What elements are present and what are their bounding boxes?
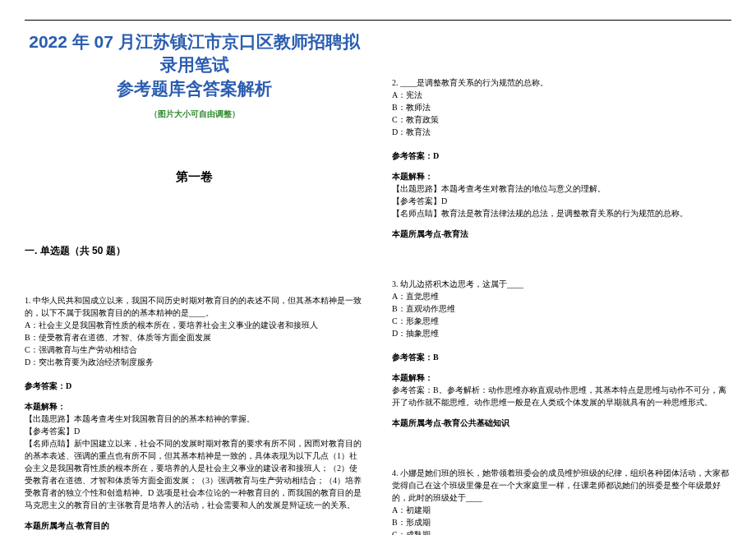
document-title: 2022 年 07 月江苏镇江市京口区教师招聘拟录用笔试 参考题库含答案解析	[25, 30, 364, 100]
option-b: B：教师法	[392, 101, 731, 113]
title-line-1: 2022 年 07 月江苏镇江市京口区教师招聘拟录用笔试	[29, 32, 360, 74]
topic-label: 本题所属考点-教育公共基础知识	[392, 417, 731, 429]
spacer	[392, 255, 731, 278]
option-d: D：抽象思维	[392, 327, 731, 339]
explain-line: 【出题思路】本题考查考生对教育法的地位与意义的理解。	[392, 182, 731, 195]
explain-line: 【名师点睛】教育法是教育法律法规的总法，是调整教育关系的行为规范的总称。	[392, 207, 731, 219]
answer-label: 参考答案：D	[392, 150, 731, 162]
option-b: B：使受教育者在道德、才智、体质等方面全面发展	[25, 331, 364, 344]
option-b: B：直观动作思维	[392, 302, 731, 315]
title-line-2: 参考题库含答案解析	[117, 79, 272, 98]
right-column: 2. ____是调整教育关系的行为规范的总称。 A：宪法 B：教师法 C：教育政…	[392, 30, 731, 535]
question-2: 2. ____是调整教育关系的行为规范的总称。 A：宪法 B：教师法 C：教育政…	[392, 76, 731, 240]
question-3: 3. 幼儿边搭积木边思考，这属于____ A：直觉思维 B：直观动作思维 C：形…	[392, 278, 731, 429]
option-a: A：社会主义是我国教育性质的根本所在，要培养社会主义事业的建设者和接班人	[25, 319, 364, 331]
explain-line: 【出题思路】本题考查考生对我国教育目的的基本精神的掌握。	[25, 413, 364, 425]
option-c: C：成熟期	[392, 528, 731, 535]
question-stem: 2. ____是调整教育关系的行为规范的总称。	[392, 76, 731, 89]
explain-label: 本题解释：	[392, 371, 731, 384]
document-subtitle: （图片大小可自由调整）	[25, 108, 364, 120]
explain-line: 【名师点睛】新中国建立以来，社会不同的发展时期对教育的要求有所不同，因而对教育目…	[25, 437, 364, 511]
option-a: A：宪法	[392, 89, 731, 101]
option-a: A：直觉思维	[392, 290, 731, 302]
option-d: D：教育法	[392, 126, 731, 138]
answer-label: 参考答案：D	[25, 380, 364, 392]
explain-label: 本题解释：	[25, 400, 364, 413]
horizontal-rule	[25, 20, 731, 21]
option-c: C：教育政策	[392, 113, 731, 126]
question-1: 1. 中华人民共和国成立以来，我国不同历史时期对教育目的的表述不同，但其基本精神…	[25, 294, 364, 532]
question-stem: 1. 中华人民共和国成立以来，我国不同历史时期对教育目的的表述不同，但其基本精神…	[25, 294, 364, 319]
explain-line: 参考答案：B。参考解析：动作思维亦称直观动作思维，其基本特点是思维与动作不可分，…	[392, 384, 731, 408]
question-4: 4. 小娜是她们班的班长，她带领着班委会的成员维护班级的纪律，组织各种团体活动，…	[392, 467, 731, 535]
option-a: A：初建期	[392, 504, 731, 516]
two-column-layout: 2022 年 07 月江苏镇江市京口区教师招聘拟录用笔试 参考题库含答案解析 （…	[25, 30, 731, 535]
explain-label: 本题解释：	[392, 170, 731, 182]
topic-label: 本题所属考点-教育法	[392, 228, 731, 240]
spacer	[392, 444, 731, 467]
question-stem: 4. 小娜是她们班的班长，她带领着班委会的成员维护班级的纪律，组织各种团体活动，…	[392, 467, 731, 504]
volume-heading: 第一卷	[25, 169, 364, 185]
option-c: C：强调教育与生产劳动相结合	[25, 344, 364, 356]
explain-line: 【参考答案】D	[392, 195, 731, 207]
question-stem: 3. 幼儿边搭积木边思考，这属于____	[392, 278, 731, 290]
explain-line: 【参考答案】D	[25, 425, 364, 437]
spacer	[392, 30, 731, 76]
topic-label: 本题所属考点-教育目的	[25, 519, 364, 532]
answer-label: 参考答案：B	[392, 351, 731, 363]
left-column: 2022 年 07 月江苏镇江市京口区教师招聘拟录用笔试 参考题库含答案解析 （…	[25, 30, 364, 535]
option-b: B：形成期	[392, 516, 731, 528]
option-c: C：形象思维	[392, 315, 731, 327]
option-d: D：突出教育要为政治经济制度服务	[25, 356, 364, 368]
section-heading: 一. 单选题（共 50 题）	[25, 244, 364, 258]
